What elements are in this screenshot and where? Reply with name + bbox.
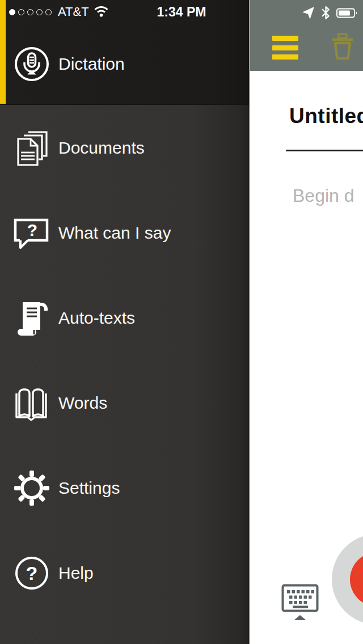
speech-question-icon: ? [12, 214, 51, 252]
document-title[interactable]: Untitled [289, 104, 363, 128]
question-circle-icon: ? [12, 554, 51, 592]
svg-text:?: ? [27, 221, 37, 239]
signal-dot [9, 9, 15, 15]
selected-section: AT&T 1:34 PM [0, 0, 249, 105]
sidebar-item-label: Words [58, 393, 107, 413]
dictation-placeholder[interactable]: Begin d [293, 185, 354, 206]
sidebar-item-help[interactable]: ? Help [0, 539, 249, 607]
documents-icon [12, 129, 51, 167]
keyboard-button[interactable] [281, 584, 319, 622]
record-icon [350, 552, 363, 607]
record-button[interactable] [332, 534, 363, 625]
sidebar-item-dictation[interactable]: Dictation [0, 30, 249, 98]
signal-carrier-group: AT&T [9, 5, 109, 19]
battery-icon [336, 8, 358, 20]
carrier-label: AT&T [58, 5, 89, 19]
document-view: Untitled Begin d [250, 0, 363, 644]
app-header [250, 0, 363, 71]
sidebar-item-documents[interactable]: Documents [0, 114, 249, 182]
header-status-icons [301, 5, 358, 23]
status-bar: AT&T 1:34 PM [0, 0, 249, 24]
svg-text:?: ? [26, 562, 38, 584]
bluetooth-icon [320, 5, 331, 23]
sidebar-item-auto-texts[interactable]: Auto-texts [0, 284, 249, 352]
scroll-icon [12, 299, 51, 337]
open-book-icon [12, 384, 51, 422]
clock: 1:34 PM [157, 5, 206, 20]
title-underline [286, 150, 363, 151]
hamburger-icon [272, 36, 298, 41]
gear-icon [12, 469, 51, 507]
sidebar-item-label: Dictation [58, 54, 125, 74]
trash-button[interactable] [330, 32, 356, 62]
sidebar-item-label: What can I say [58, 223, 171, 243]
sidebar-item-label: Documents [58, 138, 145, 158]
hamburger-menu-button[interactable] [272, 36, 298, 60]
sidebar-item-what-can-i-say[interactable]: ? What can I say [0, 199, 249, 267]
sidebar-item-label: Auto-texts [58, 308, 135, 328]
trash-icon [330, 55, 356, 63]
microphone-icon [12, 45, 51, 83]
wifi-icon [94, 5, 109, 19]
navigation-drawer: AT&T 1:34 PM [0, 0, 250, 644]
sidebar-item-words[interactable]: Words [0, 369, 249, 437]
sidebar-item-label: Settings [58, 478, 120, 498]
keyboard-icon [281, 616, 319, 624]
sidebar-item-settings[interactable]: Settings [0, 454, 249, 522]
location-icon [301, 6, 315, 22]
sidebar-item-label: Help [58, 564, 94, 583]
